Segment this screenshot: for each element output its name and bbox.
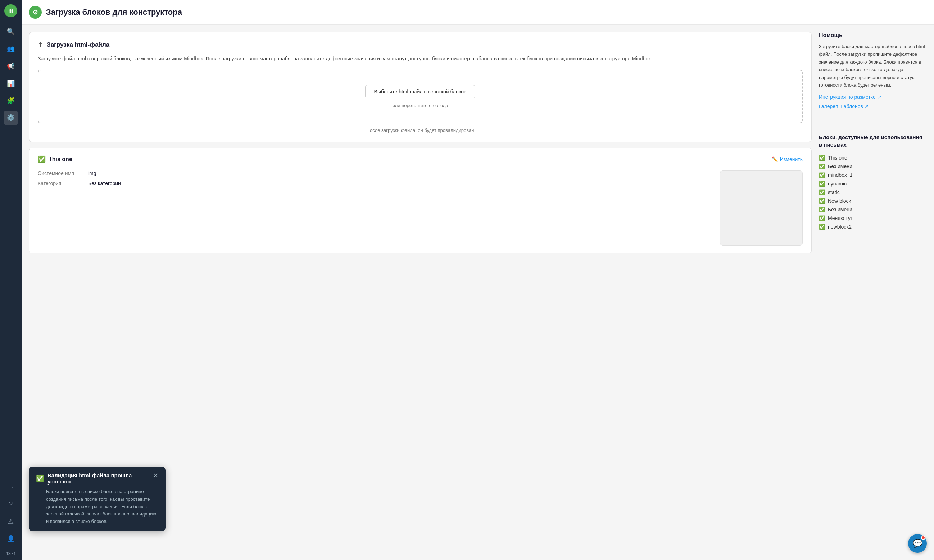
sidebar-item-user[interactable]: 👤 [4, 532, 18, 546]
sidebar-item-analytics[interactable]: 📊 [4, 76, 18, 91]
page-title: Загрузка блоков для конструктора [46, 8, 182, 17]
block-list-item: ✅This one [819, 154, 927, 162]
block-list-item: ✅static [819, 188, 927, 197]
block-list-item-name: dynamic [828, 181, 847, 186]
toast-title-row: ✅ Валидация html-файла прошла успешно [36, 472, 153, 485]
sidebar-logo[interactable]: m [4, 4, 17, 17]
block-list-item-name: This one [828, 155, 847, 161]
toast-check-icon: ✅ [36, 474, 44, 482]
field-row-system-name: Системное имя img [38, 170, 706, 176]
block-name-row: ✅ This one [38, 155, 72, 163]
sidebar-item-warning[interactable]: ⚠ [4, 514, 18, 529]
edit-label: Изменить [780, 156, 803, 162]
toast-title: Валидация html-файла прошла успешно [48, 472, 153, 485]
block-preview [720, 170, 803, 246]
sidebar-item-search[interactable]: 🔍 [4, 25, 18, 39]
block-list-item: ✅newblock2 [819, 223, 927, 231]
block-list-item-name: mindbox_1 [828, 172, 853, 178]
category-value: Без категории [88, 180, 121, 186]
block-check-icon: ✅ [819, 172, 825, 178]
sidebar-item-users[interactable]: 👥 [4, 42, 18, 56]
block-check-icon: ✅ [819, 215, 825, 221]
check-icon: ✅ [38, 155, 46, 163]
block-list-item: ✅Без имени [819, 162, 927, 171]
upload-description: Загрузите файл html с версткой блоков, р… [38, 55, 803, 63]
block-list-item-name: static [828, 189, 840, 195]
block-check-icon: ✅ [819, 155, 825, 161]
block-details: Системное имя img Категория Без категори… [38, 170, 803, 246]
block-name: This one [49, 156, 72, 163]
page-header-icon: ⚙ [29, 6, 42, 19]
block-list: ✅This one✅Без имени✅mindbox_1✅dynamic✅st… [819, 154, 927, 231]
system-name-label: Системное имя [38, 170, 81, 176]
category-label: Категория [38, 180, 81, 186]
upload-card-title: Загрузка html-файла [47, 42, 110, 49]
divider [819, 123, 927, 123]
block-check-icon: ✅ [819, 163, 825, 169]
toast-header: ✅ Валидация html-файла прошла успешно ✕ [36, 472, 158, 485]
validation-note: После загрузки файла, он будет провалиди… [38, 128, 803, 133]
edit-icon: ✏️ [772, 156, 778, 162]
sidebar-time: 18:34 [6, 549, 15, 556]
block-check-icon: ✅ [819, 189, 825, 195]
edit-block-button[interactable]: ✏️ Изменить [772, 156, 803, 162]
drop-hint: или перетащите его сюда [392, 103, 448, 108]
chat-button[interactable]: 💬 [908, 534, 927, 553]
help-text: Загрузите блоки для мастер-шаблона через… [819, 43, 927, 89]
system-name-value: img [88, 170, 96, 176]
blocks-section-title: Блоки, доступные для использования в пис… [819, 133, 927, 148]
chat-badge [921, 535, 925, 540]
block-card-header: ✅ This one ✏️ Изменить [38, 155, 803, 163]
page-header: ⚙ Загрузка блоков для конструктора [22, 0, 934, 25]
upload-file-button[interactable]: Выберите html-файл с версткой блоков [365, 85, 475, 98]
sidebar-item-campaigns[interactable]: 📢 [4, 59, 18, 73]
block-list-item: ✅New block [819, 197, 927, 205]
right-panel: Помощь Загрузите блоки для мастер-шаблон… [819, 32, 927, 553]
block-list-item: ✅Меняю тут [819, 214, 927, 223]
block-check-icon: ✅ [819, 181, 825, 186]
sidebar: m 🔍 👥 📢 📊 🧩 ⚙️ → ? ⚠ 👤 18:34 [0, 0, 22, 560]
block-fields: Системное имя img Категория Без категори… [38, 170, 706, 246]
sidebar-item-settings[interactable]: ⚙️ [4, 111, 18, 125]
block-list-item-name: Без имени [828, 207, 852, 212]
upload-icon: ⬆ [38, 41, 43, 49]
help-section: Помощь Загрузите блоки для мастер-шаблон… [819, 32, 927, 113]
block-list-item-name: Без имени [828, 163, 852, 169]
sidebar-item-help[interactable]: ? [4, 497, 18, 511]
field-row-category: Категория Без категории [38, 180, 706, 186]
toast-notification: ✅ Валидация html-файла прошла успешно ✕ … [29, 466, 165, 531]
block-list-item-name: Меняю тут [828, 215, 853, 221]
block-list-item-name: newblock2 [828, 224, 852, 230]
block-card-this-one: ✅ This one ✏️ Изменить Системное имя img [29, 148, 812, 254]
upload-card-header: ⬆ Загрузка html-файла [38, 41, 803, 49]
block-check-icon: ✅ [819, 207, 825, 212]
block-list-item: ✅Без имени [819, 205, 927, 214]
help-title: Помощь [819, 32, 927, 38]
toast-body: Блоки появятся в списке блоков на страни… [36, 488, 158, 526]
help-link-gallery[interactable]: Галерея шаблонов ↗ [819, 103, 927, 109]
block-check-icon: ✅ [819, 198, 825, 204]
blocks-section: Блоки, доступные для использования в пис… [819, 133, 927, 231]
block-check-icon: ✅ [819, 224, 825, 230]
block-list-item: ✅mindbox_1 [819, 171, 927, 179]
block-list-item-name: New block [828, 198, 851, 204]
block-list-item: ✅dynamic [819, 179, 927, 188]
help-link-markup[interactable]: Инструкция по разметке ↗ [819, 94, 927, 100]
sidebar-item-forward[interactable]: → [4, 480, 18, 494]
toast-close-button[interactable]: ✕ [153, 472, 158, 479]
sidebar-item-integrations[interactable]: 🧩 [4, 94, 18, 108]
upload-card: ⬆ Загрузка html-файла Загрузите файл htm… [29, 32, 812, 142]
drop-zone[interactable]: Выберите html-файл с версткой блоков или… [38, 70, 803, 123]
